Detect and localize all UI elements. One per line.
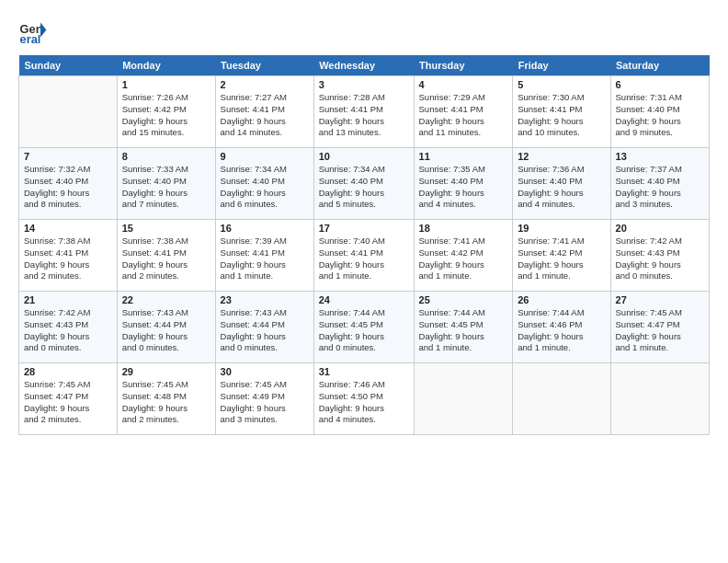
calendar-cell: 20Sunrise: 7:42 AM Sunset: 4:43 PM Dayli… (610, 220, 709, 292)
day-info: Sunrise: 7:41 AM Sunset: 4:42 PM Dayligh… (419, 236, 508, 282)
day-info: Sunrise: 7:44 AM Sunset: 4:45 PM Dayligh… (319, 307, 409, 354)
calendar-cell: 19Sunrise: 7:41 AM Sunset: 4:42 PM Dayli… (513, 220, 610, 292)
day-number: 14 (24, 223, 112, 234)
day-info: Sunrise: 7:29 AM Sunset: 4:41 PM Dayligh… (419, 92, 508, 139)
calendar-week-2: 7Sunrise: 7:32 AM Sunset: 4:40 PM Daylig… (19, 148, 710, 220)
calendar-cell: 3Sunrise: 7:28 AM Sunset: 4:41 PM Daylig… (313, 76, 414, 148)
day-number: 23 (221, 294, 309, 305)
calendar-cell: 10Sunrise: 7:34 AM Sunset: 4:40 PM Dayli… (313, 148, 414, 220)
weekday-header-row: SundayMondayTuesdayWednesdayThursdayFrid… (19, 55, 710, 76)
day-number: 28 (24, 366, 112, 377)
calendar-cell: 9Sunrise: 7:34 AM Sunset: 4:40 PM Daylig… (215, 148, 313, 220)
weekday-monday: Monday (117, 55, 215, 76)
calendar-cell: 24Sunrise: 7:44 AM Sunset: 4:45 PM Dayli… (313, 292, 414, 363)
day-number: 7 (24, 151, 112, 162)
day-number: 13 (616, 151, 704, 162)
day-info: Sunrise: 7:41 AM Sunset: 4:42 PM Dayligh… (518, 236, 605, 282)
svg-text:eral: eral (20, 32, 41, 46)
day-info: Sunrise: 7:36 AM Sunset: 4:40 PM Dayligh… (518, 164, 605, 211)
day-info: Sunrise: 7:32 AM Sunset: 4:40 PM Dayligh… (24, 164, 112, 211)
calendar-cell: 23Sunrise: 7:43 AM Sunset: 4:44 PM Dayli… (215, 292, 313, 363)
day-info: Sunrise: 7:46 AM Sunset: 4:50 PM Dayligh… (319, 379, 409, 426)
day-info: Sunrise: 7:43 AM Sunset: 4:44 PM Dayligh… (221, 307, 309, 354)
day-info: Sunrise: 7:45 AM Sunset: 4:48 PM Dayligh… (122, 379, 210, 426)
day-info: Sunrise: 7:45 AM Sunset: 4:47 PM Dayligh… (24, 379, 112, 426)
calendar-cell: 25Sunrise: 7:44 AM Sunset: 4:45 PM Dayli… (414, 292, 513, 363)
day-info: Sunrise: 7:45 AM Sunset: 4:47 PM Dayligh… (616, 307, 704, 354)
day-number: 12 (518, 151, 605, 162)
day-info: Sunrise: 7:39 AM Sunset: 4:41 PM Dayligh… (221, 236, 309, 282)
calendar-cell: 15Sunrise: 7:38 AM Sunset: 4:41 PM Dayli… (117, 220, 215, 292)
day-number: 8 (122, 151, 210, 162)
calendar-cell: 11Sunrise: 7:35 AM Sunset: 4:40 PM Dayli… (414, 148, 513, 220)
calendar-cell: 16Sunrise: 7:39 AM Sunset: 4:41 PM Dayli… (215, 220, 313, 292)
day-info: Sunrise: 7:27 AM Sunset: 4:41 PM Dayligh… (221, 92, 309, 139)
calendar-cell: 29Sunrise: 7:45 AM Sunset: 4:48 PM Dayli… (117, 363, 215, 435)
day-number: 21 (24, 294, 112, 305)
calendar-cell: 12Sunrise: 7:36 AM Sunset: 4:40 PM Dayli… (513, 148, 610, 220)
calendar-cell: 6Sunrise: 7:31 AM Sunset: 4:40 PM Daylig… (610, 76, 709, 148)
day-info: Sunrise: 7:42 AM Sunset: 4:43 PM Dayligh… (24, 307, 112, 354)
calendar-cell: 14Sunrise: 7:38 AM Sunset: 4:41 PM Dayli… (19, 220, 118, 292)
calendar-week-1: 1Sunrise: 7:26 AM Sunset: 4:42 PM Daylig… (19, 76, 710, 148)
calendar-week-4: 21Sunrise: 7:42 AM Sunset: 4:43 PM Dayli… (19, 292, 710, 363)
day-info: Sunrise: 7:28 AM Sunset: 4:41 PM Dayligh… (319, 92, 409, 139)
day-info: Sunrise: 7:43 AM Sunset: 4:44 PM Dayligh… (122, 307, 210, 354)
day-info: Sunrise: 7:42 AM Sunset: 4:43 PM Dayligh… (616, 236, 704, 282)
day-info: Sunrise: 7:38 AM Sunset: 4:41 PM Dayligh… (122, 236, 210, 282)
calendar-cell (513, 363, 610, 435)
weekday-sunday: Sunday (19, 55, 118, 76)
day-number: 29 (122, 366, 210, 377)
calendar-week-3: 14Sunrise: 7:38 AM Sunset: 4:41 PM Dayli… (19, 220, 710, 292)
day-number: 19 (518, 223, 605, 234)
calendar-cell: 30Sunrise: 7:45 AM Sunset: 4:49 PM Dayli… (215, 363, 313, 435)
day-number: 9 (221, 151, 309, 162)
calendar-table: SundayMondayTuesdayWednesdayThursdayFrid… (18, 55, 710, 435)
calendar-cell: 18Sunrise: 7:41 AM Sunset: 4:42 PM Dayli… (414, 220, 513, 292)
day-number: 10 (319, 151, 409, 162)
weekday-tuesday: Tuesday (215, 55, 313, 76)
calendar-cell (610, 363, 709, 435)
day-number: 1 (122, 79, 210, 90)
day-number: 26 (518, 294, 605, 305)
calendar-week-5: 28Sunrise: 7:45 AM Sunset: 4:47 PM Dayli… (19, 363, 710, 435)
day-info: Sunrise: 7:44 AM Sunset: 4:46 PM Dayligh… (518, 307, 605, 354)
day-number: 11 (419, 151, 508, 162)
day-number: 18 (419, 223, 508, 234)
calendar-cell: 17Sunrise: 7:40 AM Sunset: 4:41 PM Dayli… (313, 220, 414, 292)
calendar-cell (19, 76, 118, 148)
weekday-saturday: Saturday (610, 55, 709, 76)
logo-icon: Gen eral (18, 17, 48, 46)
calendar-cell: 13Sunrise: 7:37 AM Sunset: 4:40 PM Dayli… (610, 148, 709, 220)
day-number: 6 (616, 79, 704, 90)
day-info: Sunrise: 7:44 AM Sunset: 4:45 PM Dayligh… (419, 307, 508, 354)
weekday-friday: Friday (513, 55, 610, 76)
calendar-cell: 7Sunrise: 7:32 AM Sunset: 4:40 PM Daylig… (19, 148, 118, 220)
day-number: 2 (221, 79, 309, 90)
day-number: 3 (319, 79, 409, 90)
calendar-cell: 22Sunrise: 7:43 AM Sunset: 4:44 PM Dayli… (117, 292, 215, 363)
calendar-cell: 2Sunrise: 7:27 AM Sunset: 4:41 PM Daylig… (215, 76, 313, 148)
day-info: Sunrise: 7:31 AM Sunset: 4:40 PM Dayligh… (616, 92, 704, 139)
day-info: Sunrise: 7:45 AM Sunset: 4:49 PM Dayligh… (221, 379, 309, 426)
day-number: 17 (319, 223, 409, 234)
calendar-cell: 21Sunrise: 7:42 AM Sunset: 4:43 PM Dayli… (19, 292, 118, 363)
calendar-cell: 1Sunrise: 7:26 AM Sunset: 4:42 PM Daylig… (117, 76, 215, 148)
calendar-cell: 4Sunrise: 7:29 AM Sunset: 4:41 PM Daylig… (414, 76, 513, 148)
page-header: Gen eral (18, 17, 710, 46)
calendar-cell: 5Sunrise: 7:30 AM Sunset: 4:41 PM Daylig… (513, 76, 610, 148)
day-number: 5 (518, 79, 605, 90)
day-info: Sunrise: 7:40 AM Sunset: 4:41 PM Dayligh… (319, 236, 409, 282)
day-number: 25 (419, 294, 508, 305)
day-number: 16 (221, 223, 309, 234)
day-info: Sunrise: 7:34 AM Sunset: 4:40 PM Dayligh… (221, 164, 309, 211)
day-info: Sunrise: 7:33 AM Sunset: 4:40 PM Dayligh… (122, 164, 210, 211)
day-info: Sunrise: 7:26 AM Sunset: 4:42 PM Dayligh… (122, 92, 210, 139)
weekday-wednesday: Wednesday (313, 55, 414, 76)
day-info: Sunrise: 7:34 AM Sunset: 4:40 PM Dayligh… (319, 164, 409, 211)
day-number: 15 (122, 223, 210, 234)
day-number: 27 (616, 294, 704, 305)
day-number: 4 (419, 79, 508, 90)
svg-marker-2 (40, 22, 46, 37)
day-number: 22 (122, 294, 210, 305)
